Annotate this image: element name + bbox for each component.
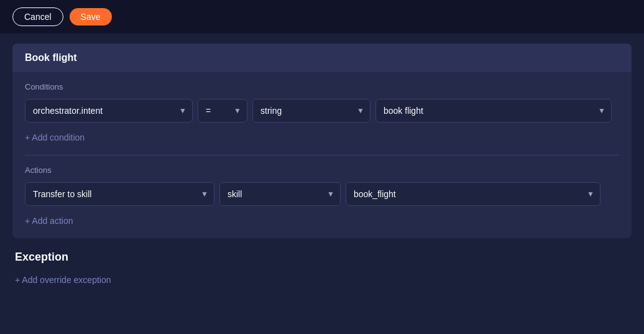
condition-value-select[interactable]: book flight [375, 99, 612, 123]
save-button[interactable]: Save [70, 8, 112, 26]
condition-field-select[interactable]: orchestrator.intent [25, 99, 193, 123]
rule-title: Book flight [25, 52, 77, 63]
action-value-wrapper[interactable]: book_flight ▼ [346, 182, 600, 206]
section-divider [25, 155, 619, 155]
exception-title: Exception [15, 251, 629, 264]
rule-card: Book flight Conditions orchestrator.inte… [12, 44, 632, 238]
condition-type-select[interactable]: string [252, 99, 370, 123]
add-action-button[interactable]: + Add action [25, 213, 73, 228]
condition-row: orchestrator.intent ▼ = ▼ string ▼ [25, 99, 619, 123]
action-value-select[interactable]: book_flight [346, 182, 600, 206]
condition-value-wrapper[interactable]: book flight ▼ [375, 99, 612, 123]
condition-type-wrapper[interactable]: string ▼ [252, 99, 370, 123]
actions-label: Actions [25, 165, 619, 175]
rule-card-header: Book flight [12, 44, 632, 72]
rule-card-body: Conditions orchestrator.intent ▼ = ▼ [12, 72, 632, 238]
main-content: Book flight Conditions orchestrator.inte… [0, 34, 644, 297]
exception-section: Exception + Add override exception [12, 251, 632, 287]
condition-field-wrapper[interactable]: orchestrator.intent ▼ [25, 99, 193, 123]
add-override-exception-button[interactable]: + Add override exception [15, 272, 111, 287]
top-bar: Cancel Save [0, 0, 644, 34]
condition-operator-wrapper[interactable]: = ▼ [198, 99, 247, 123]
action-row: Transfer to skill ▼ skill ▼ book_flight … [25, 182, 619, 206]
action-param-select[interactable]: skill [219, 182, 341, 206]
action-param-wrapper[interactable]: skill ▼ [219, 182, 341, 206]
action-type-wrapper[interactable]: Transfer to skill ▼ [25, 182, 214, 206]
action-type-select[interactable]: Transfer to skill [25, 182, 214, 206]
conditions-label: Conditions [25, 82, 619, 91]
cancel-button[interactable]: Cancel [12, 7, 63, 26]
condition-operator-select[interactable]: = [198, 99, 247, 123]
add-condition-button[interactable]: + Add condition [25, 130, 85, 145]
